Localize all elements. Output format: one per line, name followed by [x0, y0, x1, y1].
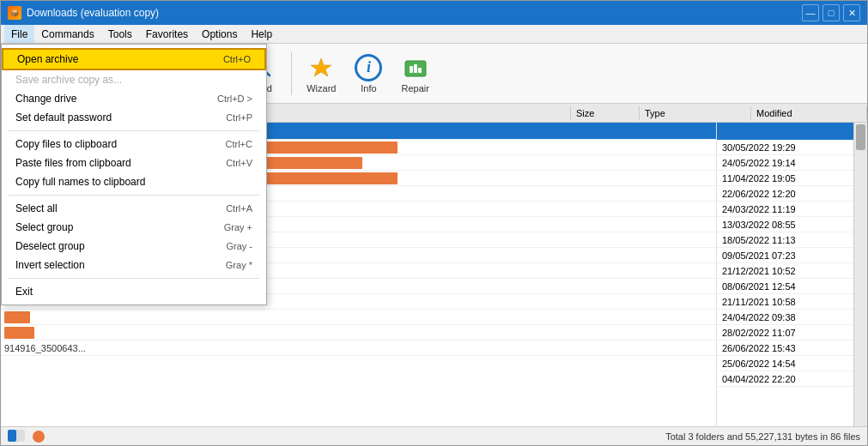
table-row[interactable]: 30/05/2022 19:29 [717, 140, 853, 155]
small-icon [32, 430, 46, 443]
status-left [8, 430, 46, 443]
app-icon: 📦 [8, 6, 21, 20]
svg-rect-20 [418, 68, 422, 73]
separator-2 [9, 195, 259, 196]
svg-rect-19 [414, 64, 417, 73]
svg-rect-18 [410, 66, 413, 73]
table-row[interactable]: 28/02/2022 11:07 [717, 325, 853, 341]
toolbar-repair-button[interactable]: Repair [393, 50, 436, 98]
menu-item-file[interactable]: File [4, 25, 34, 43]
wizard-icon [307, 54, 335, 81]
table-row[interactable]: 26/06/2022 15:43 [717, 341, 853, 356]
menu-item-commands[interactable]: Commands [34, 25, 100, 43]
table-row[interactable]: 13/03/2022 08:55 [717, 217, 853, 232]
col-header-size[interactable]: Size [571, 106, 640, 120]
col-header-type[interactable]: Type [640, 106, 751, 120]
table-row[interactable]: 24/05/2022 19:14 [717, 155, 853, 171]
col-header-modified[interactable]: Modified [751, 106, 867, 120]
table-row[interactable]: 24/03/2022 11:19 [717, 202, 853, 217]
modified-column: 30/05/2022 19:29 24/05/2022 19:14 11/04/… [716, 123, 853, 426]
separator-1 [9, 130, 259, 131]
menu-select-group[interactable]: Select group Gray + [2, 218, 266, 237]
svg-marker-16 [311, 58, 331, 76]
window-title: Downloads (evaluation copy) [27, 7, 159, 19]
status-progress-icon [8, 430, 25, 443]
table-row[interactable]: 914916_3500643... [1, 341, 716, 356]
status-text: Total 3 folders and 55,227,131 bytes in … [665, 431, 860, 442]
menu-set-default-password[interactable]: Set default password Ctrl+P [2, 108, 266, 127]
vertical-scrollbar[interactable] [853, 123, 867, 426]
svg-rect-22 [8, 430, 16, 442]
menu-bar: File Commands Tools Favorites Options He… [1, 25, 867, 44]
menu-copy-files[interactable]: Copy files to clipboard Ctrl+C [2, 135, 266, 154]
title-controls: — □ ✕ [802, 4, 860, 21]
table-row[interactable]: 08/06/2021 12:54 [717, 279, 853, 294]
menu-item-help[interactable]: Help [244, 25, 279, 43]
menu-item-favorites[interactable]: Favorites [139, 25, 195, 43]
menu-invert-selection[interactable]: Invert selection Gray * [2, 256, 266, 274]
toolbar-wizard-button[interactable]: Wizard [299, 50, 343, 98]
table-row[interactable]: 18/05/2022 11:13 [717, 232, 853, 248]
title-bar: 📦 Downloads (evaluation copy) — □ ✕ [1, 1, 867, 25]
toolbar-separator [291, 52, 292, 95]
menu-change-drive[interactable]: Change drive Ctrl+D > [2, 89, 266, 108]
menu-item-options[interactable]: Options [195, 25, 244, 43]
table-row[interactable]: 21/12/2021 10:52 [717, 263, 853, 279]
toolbar-info-button[interactable]: i Info [347, 50, 390, 98]
file-dropdown-menu: Open archive Ctrl+O Save archive copy as… [1, 44, 267, 305]
table-row[interactable]: 22/06/2022 12:20 [717, 186, 853, 202]
menu-save-archive-copy: Save archive copy as... [2, 70, 266, 89]
table-row[interactable]: 11/04/2022 19:05 [717, 171, 853, 186]
menu-select-all[interactable]: Select all Ctrl+A [2, 199, 266, 218]
menu-paste-files[interactable]: Paste files from clipboard Ctrl+V [2, 154, 266, 172]
menu-item-tools[interactable]: Tools [101, 25, 139, 43]
table-row[interactable]: 04/04/2022 22:20 [717, 371, 853, 387]
menu-open-archive[interactable]: Open archive Ctrl+O [2, 48, 266, 70]
toolbar-wizard-label: Wizard [307, 83, 336, 93]
separator-3 [9, 278, 259, 279]
toolbar-info-label: Info [361, 83, 376, 93]
table-row[interactable] [1, 325, 716, 341]
status-bar: Total 3 folders and 55,227,131 bytes in … [1, 426, 867, 445]
repair-icon [402, 54, 429, 81]
title-bar-left: 📦 Downloads (evaluation copy) [8, 6, 159, 20]
maximize-button[interactable]: □ [822, 4, 840, 21]
info-icon: i [355, 54, 382, 81]
table-row[interactable]: 21/11/2021 10:58 [717, 294, 853, 310]
menu-exit[interactable]: Exit [2, 282, 266, 301]
close-button[interactable]: ✕ [843, 4, 860, 21]
table-row[interactable]: 24/04/2022 09:38 [717, 310, 853, 325]
main-window: 📦 Downloads (evaluation copy) — □ ✕ File… [0, 0, 868, 446]
menu-copy-full-names[interactable]: Copy full names to clipboard [2, 172, 266, 191]
menu-deselect-group[interactable]: Deselect group Gray - [2, 237, 266, 256]
table-row[interactable]: 09/05/2021 07:23 [717, 248, 853, 263]
toolbar-repair-label: Repair [401, 83, 428, 93]
minimize-button[interactable]: — [802, 4, 819, 21]
table-row[interactable] [1, 310, 716, 325]
table-row[interactable]: 25/06/2022 14:54 [717, 356, 853, 371]
svg-point-23 [33, 431, 45, 443]
